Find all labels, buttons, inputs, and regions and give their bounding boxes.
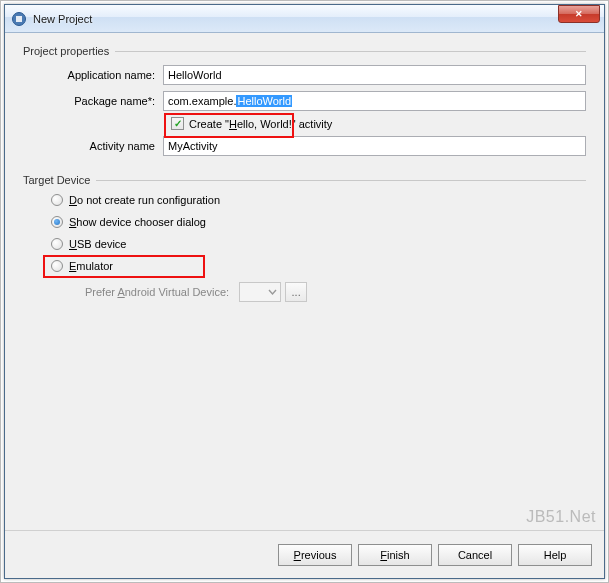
- previous-button[interactable]: Previous: [278, 544, 352, 566]
- create-activity-checkbox[interactable]: [171, 117, 184, 130]
- package-name-input[interactable]: com.example.HelloWorld: [163, 91, 586, 111]
- target-device-group: Target Device Do not create run configur…: [23, 174, 586, 302]
- screenshot-frame: New Project ✕ Project properties Applica…: [0, 0, 609, 583]
- cancel-button[interactable]: Cancel: [438, 544, 512, 566]
- help-button[interactable]: Help: [518, 544, 592, 566]
- activity-name-input[interactable]: [163, 136, 586, 156]
- close-button[interactable]: ✕: [558, 5, 600, 23]
- radio-emulator[interactable]: [51, 260, 63, 272]
- dialog-body: Project properties Application name: Pac…: [5, 33, 604, 578]
- package-prefix-text: com.example.: [168, 95, 236, 107]
- avd-label: Prefer Android Virtual Device:: [85, 286, 229, 298]
- button-bar: Previous Finish Cancel Help: [5, 530, 604, 578]
- radio-chooser-label: Show device chooser dialog: [69, 216, 206, 228]
- radio-row-no-config: Do not create run configuration: [23, 194, 586, 206]
- avd-browse-button: ...: [285, 282, 307, 302]
- radio-usb[interactable]: [51, 238, 63, 250]
- finish-button[interactable]: Finish: [358, 544, 432, 566]
- avd-combo: [239, 282, 281, 302]
- project-properties-header: Project properties: [23, 45, 586, 57]
- divider: [96, 180, 586, 181]
- window-title: New Project: [33, 13, 558, 25]
- activity-name-row: Activity name: [23, 136, 586, 156]
- radio-no-config-label: Do not create run configuration: [69, 194, 220, 206]
- divider: [115, 51, 586, 52]
- package-name-row: Package name*: com.example.HelloWorld: [23, 91, 586, 111]
- package-name-label: Package name*:: [41, 95, 163, 107]
- content-area: Project properties Application name: Pac…: [5, 33, 604, 530]
- radio-no-config[interactable]: [51, 194, 63, 206]
- application-name-label: Application name:: [41, 69, 163, 81]
- create-activity-row: Create "Hello, World!" activity: [23, 117, 586, 130]
- new-project-dialog: New Project ✕ Project properties Applica…: [4, 4, 605, 579]
- radio-chooser[interactable]: [51, 216, 63, 228]
- radio-usb-label: USB device: [69, 238, 126, 250]
- project-properties-label: Project properties: [23, 45, 109, 57]
- application-name-input[interactable]: [163, 65, 586, 85]
- app-icon: [11, 11, 27, 27]
- radio-row-chooser: Show device chooser dialog: [23, 216, 586, 228]
- package-selection-text: HelloWorld: [236, 95, 292, 107]
- titlebar: New Project ✕: [5, 5, 604, 33]
- application-name-row: Application name:: [23, 65, 586, 85]
- radio-row-emulator: Emulator: [23, 260, 586, 272]
- radio-row-usb: USB device: [23, 238, 586, 250]
- svg-rect-1: [16, 16, 22, 22]
- target-device-label: Target Device: [23, 174, 90, 186]
- activity-name-label: Activity name: [41, 140, 163, 152]
- chevron-down-icon: [268, 288, 277, 297]
- create-activity-label: Create "Hello, World!" activity: [189, 118, 332, 130]
- target-device-header: Target Device: [23, 174, 586, 186]
- avd-row: Prefer Android Virtual Device: ...: [23, 282, 586, 302]
- radio-emulator-label: Emulator: [69, 260, 113, 272]
